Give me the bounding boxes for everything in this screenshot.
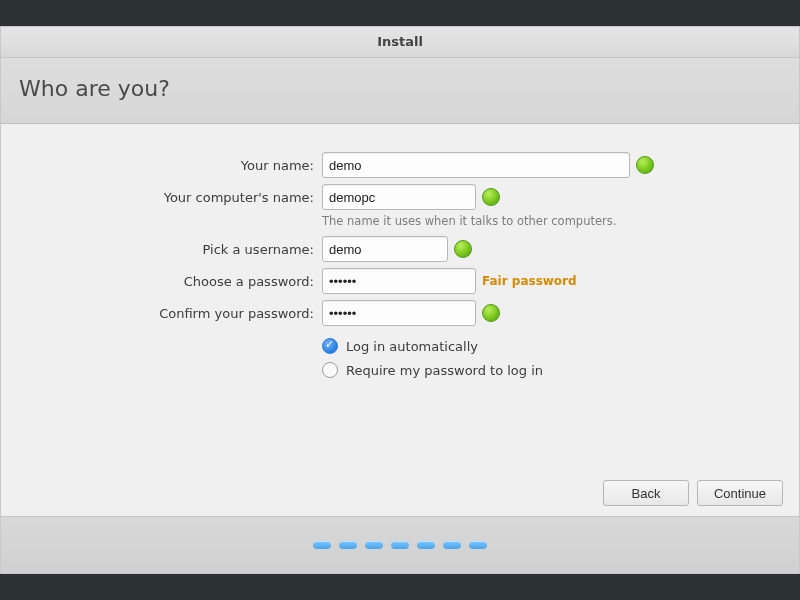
password-label: Choose a password: [1, 274, 316, 289]
form-area: Your name: Your computer's name: The nam… [1, 124, 799, 516]
password-input[interactable] [322, 268, 476, 294]
page-title: Who are you? [19, 76, 781, 101]
progress-dot [313, 541, 331, 549]
progress-bar [1, 516, 799, 573]
radio-unchecked-icon [322, 362, 338, 378]
password-strength: Fair password [482, 274, 577, 288]
back-button[interactable]: Back [603, 480, 689, 506]
progress-dot [469, 541, 487, 549]
name-input[interactable] [322, 152, 630, 178]
radio-checked-icon [322, 338, 338, 354]
progress-dot [443, 541, 461, 549]
page-header: Who are you? [1, 58, 799, 124]
confirm-password-input[interactable] [322, 300, 476, 326]
progress-dot [417, 541, 435, 549]
username-input[interactable] [322, 236, 448, 262]
check-icon [482, 188, 500, 206]
progress-dot [365, 541, 383, 549]
login-password-label: Require my password to log in [346, 363, 543, 378]
installer-window: Install Who are you? Your name: Your com… [0, 26, 800, 574]
login-password-option[interactable]: Require my password to log in [322, 360, 543, 380]
continue-button[interactable]: Continue [697, 480, 783, 506]
login-auto-option[interactable]: Log in automatically [322, 336, 478, 356]
check-icon [636, 156, 654, 174]
progress-dot [339, 541, 357, 549]
nav-buttons: Back Continue [603, 480, 783, 506]
hostname-input[interactable] [322, 184, 476, 210]
confirm-password-label: Confirm your password: [1, 306, 316, 321]
hostname-label: Your computer's name: [1, 190, 316, 205]
username-label: Pick a username: [1, 242, 316, 257]
hostname-hint: The name it uses when it talks to other … [322, 214, 799, 228]
login-auto-label: Log in automatically [346, 339, 478, 354]
progress-dot [391, 541, 409, 549]
check-icon [454, 240, 472, 258]
name-label: Your name: [1, 158, 316, 173]
window-title: Install [1, 27, 799, 58]
check-icon [482, 304, 500, 322]
